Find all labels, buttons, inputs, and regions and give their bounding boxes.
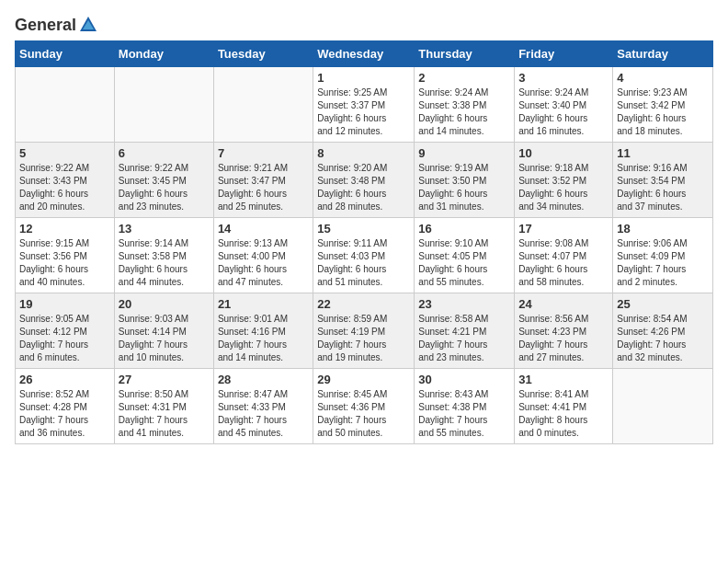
calendar-cell: 31Sunrise: 8:41 AM Sunset: 4:41 PM Dayli… (515, 369, 613, 444)
day-info: Sunrise: 8:50 AM Sunset: 4:31 PM Dayligh… (119, 388, 210, 440)
day-info: Sunrise: 8:54 AM Sunset: 4:26 PM Dayligh… (617, 313, 709, 364)
day-number: 14 (218, 222, 309, 236)
day-info: Sunrise: 9:01 AM Sunset: 4:16 PM Dayligh… (218, 313, 309, 364)
calendar-cell: 8Sunrise: 9:20 AM Sunset: 3:48 PM Daylig… (313, 143, 415, 218)
day-number: 7 (218, 146, 309, 160)
weekday-header-saturday: Saturday (613, 41, 713, 67)
calendar-cell: 26Sunrise: 8:52 AM Sunset: 4:28 PM Dayli… (16, 369, 115, 444)
calendar-cell: 4Sunrise: 9:23 AM Sunset: 3:42 PM Daylig… (613, 67, 713, 143)
calendar-cell: 10Sunrise: 9:18 AM Sunset: 3:52 PM Dayli… (515, 143, 613, 218)
day-number: 27 (119, 373, 210, 386)
day-info: Sunrise: 8:58 AM Sunset: 4:21 PM Dayligh… (418, 313, 510, 364)
calendar-cell: 24Sunrise: 8:56 AM Sunset: 4:23 PM Dayli… (515, 293, 613, 369)
day-info: Sunrise: 9:05 AM Sunset: 4:12 PM Dayligh… (19, 313, 110, 364)
calendar-cell: 16Sunrise: 9:10 AM Sunset: 4:05 PM Dayli… (415, 218, 515, 293)
page-header: General (15, 15, 713, 31)
day-number: 9 (418, 146, 510, 160)
day-info: Sunrise: 9:24 AM Sunset: 3:38 PM Dayligh… (418, 86, 510, 138)
day-info: Sunrise: 9:16 AM Sunset: 3:54 PM Dayligh… (617, 162, 709, 213)
day-number: 25 (617, 297, 709, 311)
day-number: 28 (218, 373, 309, 386)
day-info: Sunrise: 9:24 AM Sunset: 3:40 PM Dayligh… (518, 86, 609, 138)
day-number: 31 (518, 373, 609, 386)
calendar-week-row: 26Sunrise: 8:52 AM Sunset: 4:28 PM Dayli… (16, 369, 713, 444)
calendar-week-row: 1Sunrise: 9:25 AM Sunset: 3:37 PM Daylig… (16, 67, 713, 143)
calendar-week-row: 19Sunrise: 9:05 AM Sunset: 4:12 PM Dayli… (16, 293, 713, 369)
calendar-cell: 14Sunrise: 9:13 AM Sunset: 4:00 PM Dayli… (213, 218, 313, 293)
calendar-table: SundayMondayTuesdayWednesdayThursdayFrid… (15, 40, 713, 444)
day-number: 6 (119, 146, 210, 160)
calendar-cell: 7Sunrise: 9:21 AM Sunset: 3:47 PM Daylig… (213, 143, 313, 218)
weekday-header-tuesday: Tuesday (213, 41, 313, 67)
day-info: Sunrise: 8:52 AM Sunset: 4:28 PM Dayligh… (19, 388, 110, 440)
calendar-cell (613, 369, 713, 444)
day-info: Sunrise: 8:41 AM Sunset: 4:41 PM Dayligh… (518, 388, 609, 440)
day-number: 8 (317, 146, 410, 160)
weekday-header-monday: Monday (114, 41, 213, 67)
calendar-cell: 30Sunrise: 8:43 AM Sunset: 4:38 PM Dayli… (415, 369, 515, 444)
day-number: 21 (218, 297, 309, 311)
calendar-cell: 17Sunrise: 9:08 AM Sunset: 4:07 PM Dayli… (515, 218, 613, 293)
calendar-cell: 27Sunrise: 8:50 AM Sunset: 4:31 PM Dayli… (114, 369, 213, 444)
day-number: 1 (317, 71, 410, 85)
calendar-cell: 13Sunrise: 9:14 AM Sunset: 3:58 PM Dayli… (114, 218, 213, 293)
day-number: 23 (418, 297, 510, 311)
calendar-cell: 28Sunrise: 8:47 AM Sunset: 4:33 PM Dayli… (213, 369, 313, 444)
day-number: 26 (19, 373, 110, 386)
calendar-cell: 15Sunrise: 9:11 AM Sunset: 4:03 PM Dayli… (313, 218, 415, 293)
calendar-cell: 6Sunrise: 9:22 AM Sunset: 3:45 PM Daylig… (114, 143, 213, 218)
day-info: Sunrise: 9:03 AM Sunset: 4:14 PM Dayligh… (119, 313, 210, 364)
day-info: Sunrise: 9:18 AM Sunset: 3:52 PM Dayligh… (518, 162, 609, 213)
calendar-cell: 11Sunrise: 9:16 AM Sunset: 3:54 PM Dayli… (613, 143, 713, 218)
day-number: 19 (19, 297, 110, 311)
day-info: Sunrise: 9:11 AM Sunset: 4:03 PM Dayligh… (317, 237, 410, 289)
day-info: Sunrise: 9:08 AM Sunset: 4:07 PM Dayligh… (518, 237, 609, 289)
calendar-week-row: 12Sunrise: 9:15 AM Sunset: 3:56 PM Dayli… (16, 218, 713, 293)
day-number: 13 (119, 222, 210, 236)
day-info: Sunrise: 8:43 AM Sunset: 4:38 PM Dayligh… (418, 388, 510, 440)
day-number: 4 (617, 71, 709, 85)
logo: General (15, 15, 100, 31)
day-info: Sunrise: 9:15 AM Sunset: 3:56 PM Dayligh… (19, 237, 110, 289)
logo-general: General (15, 16, 76, 35)
weekday-header-wednesday: Wednesday (313, 41, 415, 67)
calendar-week-row: 5Sunrise: 9:22 AM Sunset: 3:43 PM Daylig… (16, 143, 713, 218)
weekday-header-thursday: Thursday (415, 41, 515, 67)
day-number: 5 (19, 146, 110, 160)
day-number: 30 (418, 373, 510, 386)
day-info: Sunrise: 8:59 AM Sunset: 4:19 PM Dayligh… (317, 313, 410, 364)
calendar-cell (213, 67, 313, 143)
day-info: Sunrise: 9:19 AM Sunset: 3:50 PM Dayligh… (418, 162, 510, 213)
calendar-cell: 9Sunrise: 9:19 AM Sunset: 3:50 PM Daylig… (415, 143, 515, 218)
day-number: 17 (518, 222, 609, 236)
calendar-header-row: SundayMondayTuesdayWednesdayThursdayFrid… (16, 41, 713, 67)
day-info: Sunrise: 9:10 AM Sunset: 4:05 PM Dayligh… (418, 237, 510, 289)
calendar-cell (114, 67, 213, 143)
day-number: 18 (617, 222, 709, 236)
day-number: 10 (518, 146, 609, 160)
calendar-cell: 25Sunrise: 8:54 AM Sunset: 4:26 PM Dayli… (613, 293, 713, 369)
day-number: 15 (317, 222, 410, 236)
day-info: Sunrise: 9:13 AM Sunset: 4:00 PM Dayligh… (218, 237, 309, 289)
logo-icon (78, 15, 98, 35)
day-number: 20 (119, 297, 210, 311)
calendar-cell: 5Sunrise: 9:22 AM Sunset: 3:43 PM Daylig… (16, 143, 115, 218)
calendar-cell: 21Sunrise: 9:01 AM Sunset: 4:16 PM Dayli… (213, 293, 313, 369)
day-number: 16 (418, 222, 510, 236)
day-info: Sunrise: 9:25 AM Sunset: 3:37 PM Dayligh… (317, 86, 410, 138)
weekday-header-sunday: Sunday (16, 41, 115, 67)
calendar-cell: 19Sunrise: 9:05 AM Sunset: 4:12 PM Dayli… (16, 293, 115, 369)
calendar-cell: 2Sunrise: 9:24 AM Sunset: 3:38 PM Daylig… (415, 67, 515, 143)
day-number: 11 (617, 146, 709, 160)
day-number: 2 (418, 71, 510, 85)
calendar-cell: 3Sunrise: 9:24 AM Sunset: 3:40 PM Daylig… (515, 67, 613, 143)
day-number: 24 (518, 297, 609, 311)
calendar-cell: 20Sunrise: 9:03 AM Sunset: 4:14 PM Dayli… (114, 293, 213, 369)
day-info: Sunrise: 9:06 AM Sunset: 4:09 PM Dayligh… (617, 237, 709, 289)
day-info: Sunrise: 9:22 AM Sunset: 3:45 PM Dayligh… (119, 162, 210, 213)
day-info: Sunrise: 9:14 AM Sunset: 3:58 PM Dayligh… (119, 237, 210, 289)
day-info: Sunrise: 8:56 AM Sunset: 4:23 PM Dayligh… (518, 313, 609, 364)
weekday-header-friday: Friday (515, 41, 613, 67)
calendar-cell: 1Sunrise: 9:25 AM Sunset: 3:37 PM Daylig… (313, 67, 415, 143)
day-number: 22 (317, 297, 410, 311)
